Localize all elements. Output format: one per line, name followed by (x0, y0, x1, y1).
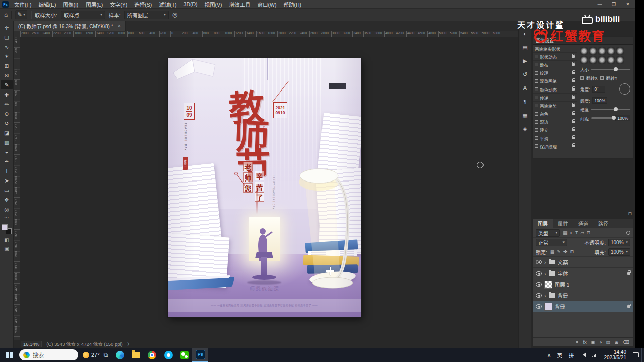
setting-checkbox[interactable] (535, 96, 538, 99)
color-swatches[interactable] (2, 224, 12, 234)
action-center-button[interactable] (630, 348, 641, 362)
weather-widget[interactable]: 27° (83, 352, 100, 358)
brush-setting-row-3[interactable]: 纹理 (533, 69, 577, 77)
menu-item-11[interactable]: 帮助(H) (280, 0, 305, 8)
brush-tip-thumbnail[interactable] (580, 47, 588, 55)
edit-toolbar-icon[interactable]: ⋯ (4, 215, 9, 220)
setting-checkbox[interactable] (535, 55, 538, 58)
setting-checkbox[interactable] (535, 71, 538, 75)
visibility-toggle[interactable] (536, 304, 542, 309)
group-caret-icon[interactable]: › (544, 270, 546, 277)
screen-mode-icon[interactable]: ▣ (4, 246, 9, 251)
angle-field[interactable]: 0° (592, 86, 605, 93)
maximize-button[interactable]: ❐ (607, 0, 621, 8)
setting-checkbox[interactable] (535, 79, 538, 83)
flip-x-checkbox[interactable] (580, 76, 584, 80)
foreground-color[interactable] (2, 224, 8, 230)
task-view-button[interactable]: ⧉ (104, 351, 108, 358)
sample-layers-dropdown[interactable]: 所有图层▾ (124, 11, 169, 19)
hidden-icons-chevron[interactable]: ∧ (544, 348, 554, 362)
vertical-ruler[interactable]: 4002000200400600800100012001400160018002… (14, 37, 20, 340)
setting-checkbox[interactable] (535, 112, 538, 116)
delete-layer-icon[interactable]: ⌫ (623, 339, 629, 345)
lock-kind-icon-0[interactable]: ▦ (550, 249, 555, 254)
close-button[interactable]: ✕ (621, 0, 635, 8)
volume-icon[interactable] (580, 352, 586, 357)
eraser-tool[interactable]: ◪ (1, 128, 13, 137)
layer-row-3[interactable]: ›背景 (533, 290, 633, 301)
quick-mask-icon[interactable]: ◧ (4, 237, 9, 243)
blend-mode-dropdown[interactable]: 正常▾ (536, 239, 567, 246)
flip-y-checkbox[interactable] (600, 76, 604, 80)
panel-tab-2[interactable]: 通道 (573, 219, 593, 228)
shape-tool[interactable]: ▭ (1, 185, 13, 195)
menu-item-7[interactable]: 3D(D) (180, 0, 201, 8)
brush-tip-thumbnail[interactable] (589, 47, 597, 55)
brush-setting-row-10[interactable]: 建立 (533, 126, 577, 134)
setting-checkbox[interactable] (535, 120, 538, 124)
layer-mask-icon[interactable]: ▣ (591, 339, 595, 345)
taskbar-app-edge[interactable] (112, 348, 128, 362)
horizontal-ruler[interactable]: 2800260024002200200018001600140012001000… (14, 31, 518, 37)
brush-setting-row-1[interactable]: 形状动态 (533, 53, 577, 61)
hand-tool[interactable]: ✥ (1, 195, 13, 204)
angle-dial[interactable] (619, 83, 630, 95)
network-icon[interactable] (592, 353, 597, 357)
menu-item-6[interactable]: 滤镜(T) (155, 0, 180, 8)
link-layers-icon[interactable]: ⚭ (575, 339, 579, 345)
brush-setting-row-6[interactable]: 传递 (533, 94, 577, 102)
layer-row-1[interactable]: ›字体 (533, 268, 633, 279)
minimize-button[interactable]: — (593, 0, 607, 8)
blur-tool[interactable]: ◒ (1, 147, 13, 156)
character-panel-icon[interactable]: A (520, 82, 531, 94)
lock-kind-icon-3[interactable]: ⊞ (569, 249, 574, 254)
filter-kind-icon-0[interactable]: ▦ (562, 230, 568, 235)
setting-checkbox[interactable] (535, 128, 538, 132)
crop-tool[interactable]: ⊞ (1, 61, 13, 70)
clone-stamp-tool[interactable]: ⊙ (1, 109, 13, 118)
sample-ring-icon[interactable]: ◎ (172, 11, 177, 18)
document-tab[interactable]: (C) 教师节.psd @ 16.3% (背景, CMYK/8) * ✕ (14, 21, 126, 31)
panel-tab-1[interactable]: 属性 (553, 219, 573, 228)
spacing-slider[interactable] (591, 117, 613, 119)
home-icon[interactable]: ⌂ (4, 11, 8, 18)
visibility-toggle[interactable] (536, 260, 542, 264)
move-tool[interactable]: ✛ (1, 23, 13, 32)
new-group-icon[interactable]: ▤ (606, 339, 611, 345)
taskbar-app-photoshop[interactable]: Ps (192, 348, 208, 362)
show-desktop-button[interactable] (641, 348, 644, 362)
menu-item-8[interactable]: 视图(V) (201, 0, 226, 8)
adjustments-panel-icon[interactable]: ◐ (520, 28, 531, 39)
taskbar-app-file-explorer[interactable] (128, 348, 144, 362)
brush-setting-row-2[interactable]: 散布 (533, 61, 577, 69)
taskbar-clock[interactable]: 14:40 2023/5/21 (600, 349, 631, 360)
eyedropper-tool[interactable]: ✎ (1, 80, 13, 89)
opacity-dropdown[interactable]: 100%▾ (608, 239, 630, 246)
gradient-tool[interactable]: ▨ (1, 137, 13, 147)
group-caret-icon[interactable]: › (544, 259, 546, 265)
type-tool[interactable]: T (1, 166, 13, 175)
path-selection-tool[interactable]: ➤ (1, 175, 13, 185)
pen-tool[interactable]: ✒ (1, 156, 13, 166)
status-chevron-icon[interactable]: 〉 (127, 340, 132, 347)
ruler-origin[interactable] (14, 31, 20, 37)
menu-item-10[interactable]: 窗口(W) (254, 0, 280, 8)
menu-item-2[interactable]: 图像(I) (59, 0, 82, 8)
spacing-field[interactable]: 100% (615, 115, 630, 121)
brush-setting-row-11[interactable]: 平滑 (533, 134, 577, 142)
setting-checkbox[interactable] (535, 136, 538, 140)
visibility-toggle[interactable] (536, 282, 542, 287)
filter-type-dropdown[interactable]: 类型▾ (536, 229, 560, 237)
info-panel-icon[interactable]: ◈ (520, 123, 531, 134)
history-brush-tool[interactable]: ↺ (1, 118, 13, 128)
layer-row-0[interactable]: ›文案 (533, 257, 633, 268)
brush-setting-row-4[interactable]: 双重画笔 (533, 77, 577, 85)
new-layer-icon[interactable]: ⊞ (615, 339, 619, 345)
menu-item-5[interactable]: 选择(S) (131, 0, 155, 8)
magic-wand-tool[interactable]: ✶ (1, 51, 13, 61)
brush-setting-row-8[interactable]: 杂色 (533, 110, 577, 118)
menu-item-4[interactable]: 文字(Y) (106, 0, 131, 8)
input-ime-pinyin[interactable]: 拼 (566, 348, 577, 362)
collapse-panels-icon[interactable]: ⊡ (628, 211, 632, 216)
swatches-panel-icon[interactable]: ▦ (520, 110, 531, 121)
